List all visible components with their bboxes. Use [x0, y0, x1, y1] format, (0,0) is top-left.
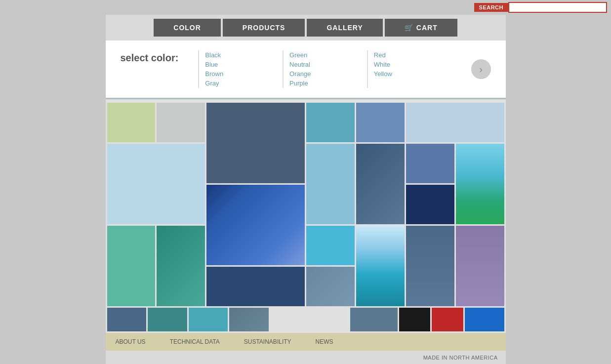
- select-color-label: select color:: [121, 50, 179, 64]
- tile-rocks-photo[interactable]: [206, 185, 305, 265]
- tile-blue-pale-2[interactable]: [107, 144, 205, 224]
- color-blue[interactable]: Blue: [205, 60, 283, 69]
- next-arrow-button[interactable]: ›: [471, 59, 491, 79]
- tile-slate2[interactable]: [229, 308, 269, 331]
- nav-cart[interactable]: 🛒 CART: [385, 19, 457, 37]
- nav-color[interactable]: COLOR: [154, 19, 221, 37]
- tile-navy[interactable]: [406, 185, 454, 224]
- tile-blue-navy2[interactable]: [406, 226, 454, 306]
- main-container: COLOR PRODUCTS GALLERY 🛒 CART select col…: [106, 15, 506, 364]
- color-purple[interactable]: Purple: [289, 79, 367, 88]
- nav-products[interactable]: PRODUCTS: [223, 19, 305, 37]
- footer-news[interactable]: NEWS: [306, 333, 348, 351]
- color-gray[interactable]: Gray: [205, 79, 283, 88]
- tile-gray-light[interactable]: [157, 103, 205, 142]
- tile-green-light[interactable]: [107, 103, 156, 142]
- color-columns: Black Blue Brown Gray Green Neutral Oran…: [198, 50, 451, 88]
- footer-technical-data[interactable]: TECHNICAL DATA: [160, 333, 234, 351]
- tile-ocean-ext[interactable]: [270, 308, 349, 331]
- nav-products-label: PRODUCTS: [243, 24, 285, 32]
- sustainability-label: SUSTAINABILITY: [244, 338, 291, 345]
- color-brown[interactable]: Brown: [205, 69, 283, 79]
- footer-sustainability[interactable]: SUSTAINABILITY: [234, 333, 306, 351]
- tile-teal-dark2[interactable]: [148, 308, 187, 331]
- nav-bar: COLOR PRODUCTS GALLERY 🛒 CART: [106, 15, 506, 40]
- nav-gallery-label: GALLERY: [326, 24, 363, 32]
- tile-blue-dark[interactable]: [206, 103, 305, 183]
- color-column-1: Black Blue Brown Gray: [198, 50, 283, 88]
- nav-color-label: COLOR: [173, 24, 201, 32]
- search-input[interactable]: [508, 2, 607, 13]
- tile-island-photo[interactable]: [456, 144, 504, 224]
- news-label: NEWS: [316, 338, 333, 345]
- tile-sky-flat[interactable]: [189, 308, 228, 331]
- tile-blue-medium[interactable]: [356, 103, 405, 142]
- tile-gray-blue2[interactable]: [350, 308, 398, 331]
- color-white[interactable]: White: [374, 60, 451, 69]
- tile-denim[interactable]: [107, 308, 147, 331]
- footer-about-us[interactable]: ABOUT US: [106, 333, 160, 351]
- color-mosaic: [106, 101, 506, 308]
- gallery-section: [106, 99, 506, 333]
- nav-gallery[interactable]: GALLERY: [307, 19, 382, 37]
- color-green[interactable]: Green: [289, 50, 367, 60]
- mosaic-bottom-row: [106, 308, 506, 333]
- tile-ocean-photo[interactable]: [356, 226, 405, 306]
- nav-cart-label: CART: [416, 24, 438, 32]
- made-in-text: MADE IN NORTH AMERICA: [106, 351, 506, 364]
- tile-sky-mid[interactable]: [306, 226, 355, 265]
- search-button[interactable]: SEARCH: [474, 3, 508, 12]
- tile-slate-texture[interactable]: [306, 267, 355, 306]
- color-column-2: Green Neutral Orange Purple: [283, 50, 367, 88]
- color-orange[interactable]: Orange: [289, 69, 367, 79]
- tile-dark-photo[interactable]: [356, 144, 405, 224]
- cart-icon: 🛒: [405, 24, 413, 32]
- tile-blue-texture[interactable]: [406, 144, 454, 183]
- tile-blue-vivid[interactable]: [465, 308, 504, 331]
- technical-data-label: TECHNICAL DATA: [170, 338, 220, 345]
- tile-teal[interactable]: [306, 103, 355, 142]
- tile-teal-stone[interactable]: [157, 226, 205, 306]
- tile-teal-green[interactable]: [107, 226, 156, 306]
- color-neutral[interactable]: Neutral: [289, 60, 367, 69]
- color-yellow[interactable]: Yellow: [374, 69, 451, 79]
- color-black[interactable]: Black: [205, 50, 283, 60]
- footer-nav: ABOUT US TECHNICAL DATA SUSTAINABILITY N…: [106, 333, 506, 351]
- tile-blue-navy-flat[interactable]: [206, 267, 305, 306]
- tile-red[interactable]: [432, 308, 463, 331]
- tile-blue-pale[interactable]: [406, 103, 504, 142]
- search-bar: SEARCH: [0, 0, 611, 15]
- tile-sky[interactable]: [306, 144, 355, 224]
- about-us-label: ABOUT US: [116, 338, 146, 345]
- tile-dark[interactable]: [399, 308, 431, 331]
- color-column-3: Red White Yellow: [367, 50, 451, 88]
- color-red[interactable]: Red: [374, 50, 451, 60]
- tile-lavender[interactable]: [456, 226, 504, 306]
- color-selector: select color: Black Blue Brown Gray Gree…: [106, 40, 506, 99]
